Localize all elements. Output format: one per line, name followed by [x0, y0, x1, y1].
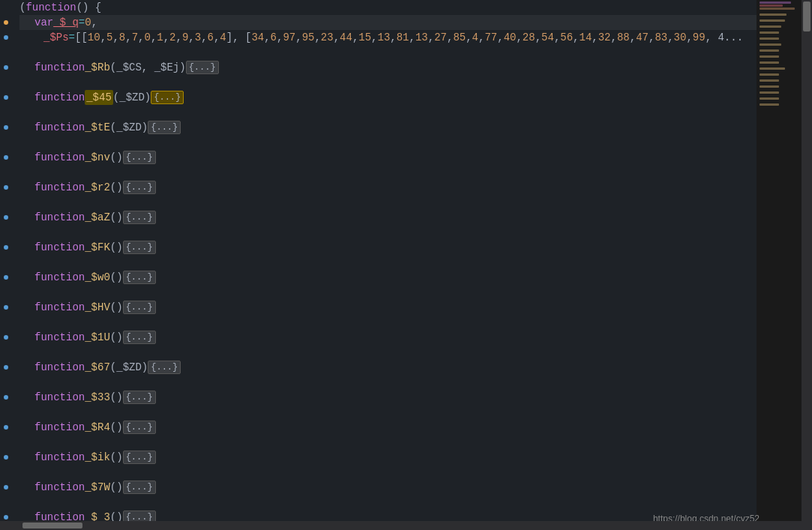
horizontal-scrollbar[interactable] [0, 521, 802, 530]
collapsed-block[interactable]: {...} [123, 151, 156, 164]
gutter-27 [0, 390, 12, 405]
collapsed-block[interactable]: {...} [123, 331, 156, 344]
code-line-24 [19, 345, 757, 360]
token: ) [179, 60, 185, 75]
token: _$ZD [116, 360, 142, 375]
keyword-function: function [34, 240, 85, 255]
token: = [69, 30, 75, 45]
token: , [466, 30, 472, 45]
token: ], [ [226, 30, 252, 45]
token: , [611, 30, 617, 45]
token: , [314, 30, 320, 45]
collapsed-block[interactable]: {...} [186, 61, 219, 74]
token: _$FK [85, 240, 110, 255]
keyword-function: function [34, 270, 85, 285]
keyword-function: function [34, 210, 85, 225]
token: 23 [321, 30, 334, 45]
token: , [409, 30, 415, 45]
token: ( [110, 60, 116, 75]
code-line-7: function _$45(_$ZD) {...} [19, 90, 757, 105]
token: 0 [85, 15, 91, 30]
token: 27 [434, 30, 447, 45]
token: 13 [378, 30, 391, 45]
scope-dot [4, 245, 8, 250]
token: , [125, 30, 131, 45]
token: _$w0 [85, 270, 110, 285]
code-area[interactable]: (function () { var _$_q = 0, _$Ps = [[10… [12, 0, 757, 530]
collapsed-block[interactable]: {...} [151, 91, 184, 104]
token: () [110, 390, 123, 405]
collapsed-block[interactable]: {...} [123, 391, 156, 404]
vertical-scrollbar[interactable] [802, 0, 812, 530]
token: 6 [271, 30, 277, 45]
token: _$Ps [43, 30, 69, 45]
token: , [592, 30, 598, 45]
scope-dot [4, 335, 8, 340]
token: , [188, 30, 194, 45]
code-line-14 [19, 195, 757, 210]
token: 3 [195, 30, 201, 45]
token: , [497, 30, 503, 45]
token: , [112, 30, 118, 45]
main-content[interactable]: (function () { var _$_q = 0, _$Ps = [[10… [12, 0, 812, 530]
gutter-26 [0, 375, 12, 390]
gutter-20 [0, 285, 12, 300]
token: 10 [88, 30, 100, 45]
scope-dot [4, 455, 8, 460]
gutter-5 [0, 60, 12, 75]
gutter-19 [0, 270, 12, 285]
minimap[interactable] [757, 0, 802, 530]
scope-dot [4, 305, 8, 310]
horizontal-scrollbar-thumb[interactable] [22, 523, 82, 529]
gutter-6 [0, 75, 12, 90]
collapsed-block[interactable]: {...} [123, 451, 156, 464]
gutter-2 [0, 15, 12, 30]
token: ( [110, 120, 116, 135]
keyword-function: function [34, 90, 85, 105]
token: , [176, 30, 182, 45]
collapsed-block[interactable]: {...} [123, 271, 156, 284]
code-line-5: function _$Rb(_$CS, _$Ej) {...} [19, 60, 757, 75]
collapsed-block[interactable]: {...} [123, 421, 156, 434]
keyword-function: function [34, 330, 85, 345]
collapsed-block[interactable]: {...} [123, 211, 156, 224]
collapsed-block[interactable]: {...} [148, 121, 181, 134]
token: , [649, 30, 655, 45]
collapsed-block[interactable]: {...} [123, 481, 156, 494]
gutter-9 [0, 120, 12, 135]
keyword-function: function [34, 390, 85, 405]
collapsed-block[interactable]: {...} [123, 241, 156, 254]
token: 56 [560, 30, 573, 45]
token: 1 [157, 30, 163, 45]
gutter-29 [0, 420, 12, 435]
scope-dot [4, 515, 8, 520]
scope-dot [4, 95, 8, 100]
collapsed-block[interactable]: {...} [123, 301, 156, 314]
code-line-11: function _$nv() {...} [19, 150, 757, 165]
token: , [277, 30, 283, 45]
scrollbar-thumb[interactable] [803, 1, 811, 31]
gutter-3 [0, 30, 12, 45]
code-line-33: function _$7W() {...} [19, 480, 757, 495]
collapsed-block[interactable]: {...} [123, 181, 156, 194]
token: 13 [415, 30, 428, 45]
token: , [163, 30, 169, 45]
scope-dot [4, 275, 8, 280]
gutter-15 [0, 210, 12, 225]
token: , [334, 30, 340, 45]
token: 28 [523, 30, 535, 45]
gutter-14 [0, 195, 12, 210]
keyword-function: function [34, 180, 85, 195]
token: , [138, 30, 144, 45]
scope-dot [4, 425, 8, 430]
token: 30 [674, 30, 687, 45]
token: _$ZD [116, 120, 142, 135]
token: , [91, 15, 97, 30]
token: 15 [358, 30, 371, 45]
collapsed-block[interactable]: {...} [148, 361, 181, 374]
token: 0 [144, 30, 150, 45]
token: , [478, 30, 484, 45]
code-line-13: function _$r2() {...} [19, 180, 757, 195]
gutter-12 [0, 165, 12, 180]
code-line-23: function _$1U() {...} [19, 330, 757, 345]
